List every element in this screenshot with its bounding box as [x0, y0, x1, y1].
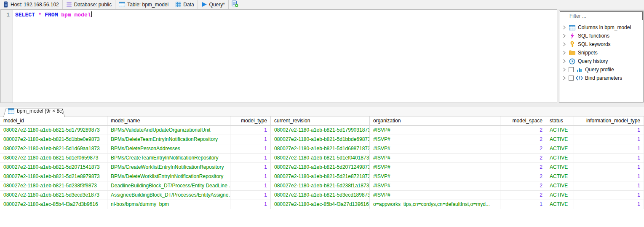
cell-model_space: 2 [500, 172, 546, 181]
chevron-right-icon[interactable] [562, 59, 567, 63]
table-row[interactable]: 080027e2-1180-a1eb-b821-5d3ecd3e1873Assi… [0, 191, 644, 200]
cell-model_name: BPMs/DeletePersonAddresses [107, 144, 230, 154]
grid-header: model_idmodel_namemodel_typecurrent_revi… [0, 116, 644, 126]
chevron-right-icon[interactable] [562, 68, 567, 72]
cell-current_revision: 080027e2-1180-a1ec-85b4-f3a27d139616 [271, 200, 370, 209]
checkbox[interactable] [569, 67, 574, 72]
sidebar-item-snippets[interactable]: Snippets [559, 49, 643, 57]
filter-input[interactable] [569, 12, 642, 20]
chevron-right-icon[interactable] [562, 25, 567, 30]
column-header-current_revision[interactable]: current_revision [271, 116, 370, 126]
cell-organization: #ISVP# [370, 154, 500, 163]
cell-current_revision: 080027e2-1180-a1eb-b821-5d1d69871873 [271, 144, 370, 154]
cell-information_model_type: 1 [574, 144, 644, 154]
cell-status: ACTIVE [546, 163, 574, 172]
toolbar-items: Host: 192.168.56.102 Database: public Ta… [0, 0, 229, 9]
cell-model_space: 2 [500, 144, 546, 154]
cell-information_model_type: 1 [574, 191, 644, 200]
column-header-status[interactable]: status [546, 116, 574, 126]
sidebar-item-sql-functions[interactable]: SQL functions [559, 32, 643, 40]
toolbar-item-query[interactable]: Query* [198, 0, 229, 9]
chevron-right-icon[interactable] [562, 42, 567, 46]
cell-current_revision: 080027e2-1180-a1eb-b821-5d1ef0401873 [271, 154, 370, 163]
cell-model_space: 2 [500, 135, 546, 144]
table-icon [569, 25, 576, 30]
cell-model_space: 2 [500, 181, 546, 191]
sidebar-item-query-history[interactable]: Query history [559, 57, 643, 65]
chevron-right-icon[interactable] [562, 76, 567, 80]
results-panel: bpm_model (9r × 8c) model_idmodel_namemo… [0, 107, 644, 227]
table-row[interactable]: 080027e2-1180-a1eb-b821-5d1bbe0e9873BPMs… [0, 135, 644, 144]
column-header-information_model_type[interactable]: information_model_type [574, 116, 644, 126]
clock-icon [569, 58, 576, 65]
key-icon [569, 41, 576, 47]
cell-model_name: BPMs/ValidateAndUpdateOrganizationalUnit [107, 126, 230, 135]
toolbar-item-data[interactable]: Data [172, 0, 198, 9]
sql-editor[interactable]: 1 SELECT * FROM bpm_model [0, 9, 557, 103]
table-row[interactable]: 080027e2-1180-a1eb-b821-5d1ef0659873BPMs… [0, 154, 644, 163]
column-header-model_type[interactable]: model_type [230, 116, 271, 126]
cell-organization: #ISVP# [370, 163, 500, 172]
column-header-model_space[interactable]: model_space [500, 116, 546, 126]
connection-toolbar: Host: 192.168.56.102 Database: public Ta… [0, 0, 644, 9]
table-row[interactable]: 080027e2-1180-a1eb-b821-5d21e8979873BPMs… [0, 172, 644, 181]
toolbar-item-table[interactable]: Table: bpm_model [115, 0, 172, 9]
cell-organization: #ISVP# [370, 191, 500, 200]
cell-organization: #ISVP# [370, 181, 500, 191]
column-header-model_name[interactable]: model_name [107, 116, 230, 126]
chevron-right-icon[interactable] [562, 51, 567, 55]
sidebar-item-bind-parameters[interactable]: Bind parameters [559, 74, 643, 82]
server-icon [3, 1, 8, 8]
cell-organization: o=appworks_tips,cn=cordys,cn=defaultInst… [370, 200, 500, 209]
cell-status: ACTIVE [546, 144, 574, 154]
toolbar-item-database[interactable]: Database: public [63, 0, 115, 9]
table-row[interactable]: 080027e2-1180-a1eb-b821-5d1d69aa1873BPMs… [0, 144, 644, 154]
results-tab[interactable]: bpm_model (9r × 8c) [3, 107, 65, 116]
column-header-model_id[interactable]: model_id [0, 116, 107, 126]
cell-model_id: 080027e2-1180-a1eb-b821-5d21e8979873 [0, 172, 107, 181]
cell-model_space: 2 [500, 154, 546, 163]
cell-information_model_type: 1 [574, 163, 644, 172]
folder-icon [569, 50, 576, 55]
sidebar-item-columns[interactable]: Columns in bpm_model [559, 23, 643, 32]
sql-keyword-from: FROM [45, 12, 58, 18]
cell-model_id: 080027e2-1180-a1eb-b821-5d238f3f9873 [0, 181, 107, 191]
sql-table-name: bpm_model [61, 12, 91, 18]
cell-model_name: BPMs/DeleteWorklistEntryInNotificationRe… [107, 172, 230, 181]
chevron-right-icon[interactable] [562, 34, 567, 38]
table-icon [119, 2, 125, 7]
database-icon [66, 2, 72, 8]
cell-model_space: 2 [500, 126, 546, 135]
cell-status: ACTIVE [546, 181, 574, 191]
table-row[interactable]: 080027e2-1180-a1ec-85b4-f3a27d3b9616nl-b… [0, 200, 644, 209]
cell-current_revision: 080027e2-1180-a1eb-b821-5d1799031873 [271, 126, 370, 135]
cell-current_revision: 080027e2-1180-a1eb-b821-5d2071249873 [271, 163, 370, 172]
toolbar-item-host[interactable]: Host: 192.168.56.102 [0, 0, 63, 9]
cell-model_type: 1 [230, 154, 271, 163]
cell-model_type: 1 [230, 181, 271, 191]
cell-model_name: nl-bos/bpms/dummy_bpm [107, 200, 230, 209]
assistant-tree: Columns in bpm_model SQL functions SQL k… [559, 21, 643, 82]
sidebar-item-sql-keywords[interactable]: SQL keywords [559, 40, 643, 49]
cell-model_space: 2 [500, 163, 546, 172]
cell-information_model_type: 1 [574, 154, 644, 163]
cell-information_model_type: 1 [574, 181, 644, 191]
cell-model_type: 1 [230, 126, 271, 135]
sql-statement: SELECT * FROM bpm_model [15, 11, 92, 19]
cell-model_name: BPMs/CreateWorklistEntryInNotificationRe… [107, 163, 230, 172]
column-header-organization[interactable]: organization [370, 116, 500, 126]
cell-model_type: 1 [230, 200, 271, 209]
cell-model_id: 080027e2-1180-a1eb-b821-5d1799289873 [0, 126, 107, 135]
table-row[interactable]: 080027e2-1180-a1eb-b821-5d238f3f9873Dead… [0, 181, 644, 191]
checkbox[interactable] [569, 76, 574, 81]
cell-model_name: DeadlineBuildingBlock_DT/Process/Entity … [107, 181, 230, 191]
cell-current_revision: 080027e2-1180-a1eb-b821-5d21e8721873 [271, 172, 370, 181]
results-tab-label: bpm_model (9r × 8c) [17, 108, 64, 114]
cell-status: ACTIVE [546, 126, 574, 135]
new-query-button[interactable] [229, 0, 241, 9]
cell-status: ACTIVE [546, 135, 574, 144]
table-row[interactable]: 080027e2-1180-a1eb-b821-5d1799289873BPMs… [0, 126, 644, 135]
table-row[interactable]: 080027e2-1180-a1eb-b821-5d2071541873BPMs… [0, 163, 644, 172]
text-cursor [91, 11, 92, 17]
sidebar-item-query-profile[interactable]: Query profile [559, 65, 643, 74]
